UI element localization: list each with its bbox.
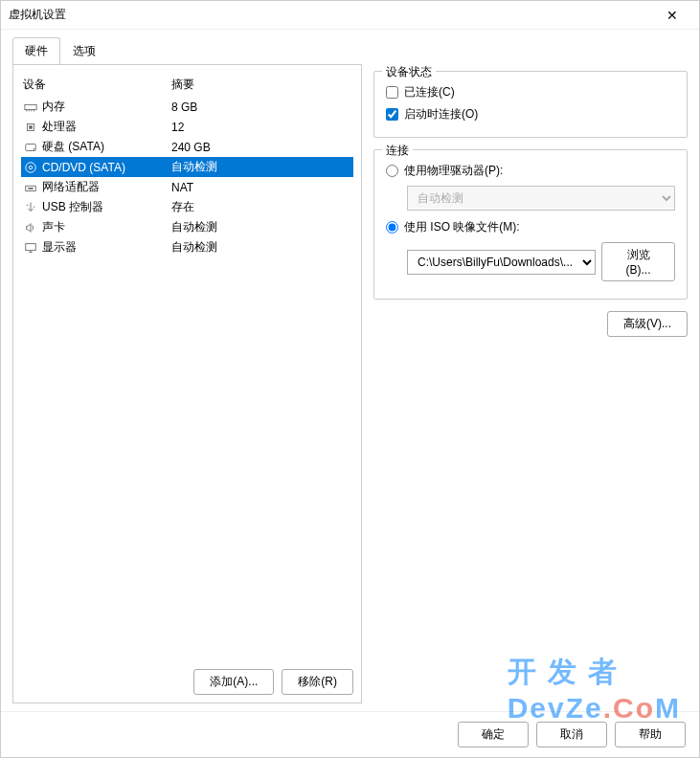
- use-physical-radio-row[interactable]: 使用物理驱动器(P):: [386, 160, 675, 182]
- svg-rect-0: [25, 104, 36, 109]
- cancel-button[interactable]: 取消: [536, 722, 607, 747]
- dialog-footer: 确定 取消 帮助: [1, 711, 699, 757]
- details-panel: 设备状态 已连接(C) 启动时连接(O) 连接 使用物理驱动器(P):: [373, 65, 688, 703]
- disk-icon: [23, 140, 38, 155]
- hw-summary: 8 GB: [171, 100, 351, 114]
- memory-icon: [23, 100, 38, 115]
- svg-point-10: [29, 166, 33, 169]
- connection-fieldset: 连接 使用物理驱动器(P): 自动检测 使用 ISO 映像文件(M): C:: [373, 149, 688, 300]
- hw-row-sound[interactable]: 声卡自动检测: [21, 217, 353, 237]
- hw-summary: 自动检测: [171, 159, 351, 175]
- use-iso-radio-row[interactable]: 使用 ISO 映像文件(M):: [386, 216, 675, 238]
- connect-on-start-checkbox[interactable]: [386, 108, 398, 121]
- hardware-table: 设备 摘要 内存8 GB处理器12硬盘 (SATA)240 GBCD/DVD (…: [21, 73, 353, 661]
- hw-name: USB 控制器: [42, 199, 103, 215]
- cd-icon: [23, 160, 38, 175]
- close-button[interactable]: ✕: [653, 2, 691, 29]
- tab-hardware[interactable]: 硬件: [12, 37, 60, 65]
- cpu-icon: [23, 120, 38, 135]
- hw-summary: 自动检测: [171, 219, 351, 235]
- use-physical-radio[interactable]: [386, 165, 398, 177]
- hw-row-memory[interactable]: 内存8 GB: [21, 97, 353, 117]
- hw-summary: 自动检测: [171, 239, 351, 256]
- hw-name: 硬盘 (SATA): [42, 139, 104, 155]
- connect-on-start-row[interactable]: 启动时连接(O): [386, 103, 675, 125]
- tab-options[interactable]: 选项: [60, 37, 108, 65]
- hw-row-usb[interactable]: USB 控制器存在: [21, 197, 353, 217]
- connected-checkbox[interactable]: [386, 86, 398, 99]
- col-summary-header: 摘要: [171, 77, 351, 93]
- col-device-header: 设备: [23, 77, 171, 93]
- device-state-fieldset: 设备状态 已连接(C) 启动时连接(O): [373, 71, 688, 138]
- advanced-row: 高级(V)...: [373, 311, 688, 337]
- svg-rect-12: [28, 188, 33, 190]
- hw-row-net[interactable]: 网络适配器NAT: [21, 177, 353, 197]
- hw-name: 网络适配器: [42, 179, 100, 195]
- svg-rect-6: [29, 125, 33, 129]
- hardware-panel: 设备 摘要 内存8 GB处理器12硬盘 (SATA)240 GBCD/DVD (…: [12, 64, 362, 703]
- svg-point-8: [34, 147, 35, 149]
- hw-name: 处理器: [42, 119, 77, 135]
- use-iso-label: 使用 ISO 映像文件(M):: [404, 219, 520, 235]
- iso-path-select[interactable]: C:\Users\BillyFu\Downloads\...: [407, 250, 596, 275]
- hw-name: 声卡: [42, 219, 65, 235]
- hw-name: 显示器: [42, 239, 77, 256]
- physical-drive-select: 自动检测: [407, 186, 675, 211]
- hw-row-cpu[interactable]: 处理器12: [21, 117, 353, 137]
- use-iso-radio[interactable]: [386, 221, 398, 234]
- help-button[interactable]: 帮助: [615, 722, 686, 747]
- iso-path-sub: C:\Users\BillyFu\Downloads\... 浏览(B)...: [407, 242, 675, 281]
- titlebar: 虚拟机设置 ✕: [1, 1, 699, 30]
- device-state-legend: 设备状态: [382, 64, 436, 80]
- hw-header: 设备 摘要: [21, 73, 353, 97]
- tabs-bar: 硬件 选项: [1, 30, 699, 65]
- svg-rect-13: [26, 243, 36, 250]
- svg-point-9: [26, 162, 36, 172]
- connect-on-start-label: 启动时连接(O): [404, 106, 478, 123]
- hw-name: 内存: [42, 99, 65, 115]
- hw-name: CD/DVD (SATA): [42, 161, 125, 174]
- hw-summary: 存在: [171, 199, 351, 215]
- window-title: 虚拟机设置: [9, 7, 653, 23]
- remove-hardware-button[interactable]: 移除(R): [282, 669, 353, 695]
- hw-summary: 240 GB: [171, 141, 351, 154]
- add-hardware-button[interactable]: 添加(A)...: [193, 669, 274, 695]
- display-icon: [23, 240, 38, 256]
- connected-label: 已连接(C): [404, 84, 455, 100]
- hw-row-disk[interactable]: 硬盘 (SATA)240 GB: [21, 137, 353, 157]
- vm-settings-dialog: 虚拟机设置 ✕ 硬件 选项 设备 摘要 内存8 GB处理器12硬盘 (SATA)…: [0, 0, 700, 758]
- hw-row-cd[interactable]: CD/DVD (SATA)自动检测: [21, 157, 353, 177]
- sound-icon: [23, 220, 38, 235]
- ok-button[interactable]: 确定: [458, 722, 529, 747]
- hw-summary: NAT: [171, 181, 351, 194]
- content-area: 设备 摘要 内存8 GB处理器12硬盘 (SATA)240 GBCD/DVD (…: [1, 65, 699, 711]
- connected-checkbox-row[interactable]: 已连接(C): [386, 81, 675, 103]
- hw-buttons: 添加(A)... 移除(R): [21, 669, 353, 695]
- advanced-button[interactable]: 高级(V)...: [607, 311, 688, 337]
- usb-icon: [23, 200, 38, 215]
- physical-drive-sub: 自动检测: [407, 186, 675, 211]
- hw-row-display[interactable]: 显示器自动检测: [21, 237, 353, 257]
- connection-legend: 连接: [382, 143, 413, 159]
- hw-summary: 12: [171, 121, 351, 134]
- use-physical-label: 使用物理驱动器(P):: [404, 163, 503, 179]
- browse-button[interactable]: 浏览(B)...: [601, 242, 675, 281]
- net-icon: [23, 180, 38, 195]
